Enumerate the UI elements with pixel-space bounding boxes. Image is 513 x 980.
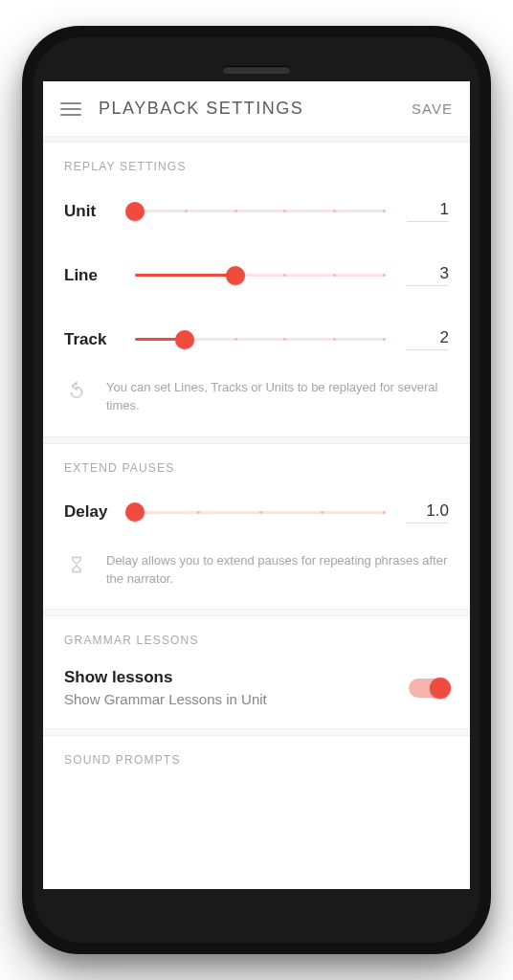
page-title: PLAYBACK SETTINGS xyxy=(81,99,412,119)
grammar-toggle-subtitle: Show Grammar Lessons in Unit xyxy=(64,691,409,707)
grammar-toggle[interactable] xyxy=(409,679,449,698)
unit-slider[interactable] xyxy=(135,202,386,221)
section-header-grammar: GRAMMAR LESSONS xyxy=(43,616,470,653)
slider-label-unit: Unit xyxy=(64,202,135,221)
content-scroll[interactable]: REPLAY SETTINGS Unit 1 xyxy=(43,137,470,889)
section-header-extend: EXTEND PAUSES xyxy=(43,444,470,480)
replay-icon xyxy=(64,379,89,402)
delay-hint-text: Delay allows you to extend pauses for re… xyxy=(106,552,449,589)
section-divider xyxy=(43,728,470,736)
line-value[interactable]: 3 xyxy=(407,264,449,286)
menu-icon[interactable] xyxy=(60,102,81,116)
slider-row-line: Line 3 xyxy=(43,243,470,307)
save-button[interactable]: SAVE xyxy=(412,100,453,117)
section-header-replay: REPLAY SETTINGS xyxy=(43,143,470,179)
line-slider[interactable] xyxy=(135,266,386,285)
appbar: PLAYBACK SETTINGS SAVE xyxy=(43,81,470,137)
app-screen: PLAYBACK SETTINGS SAVE REPLAY SETTINGS U… xyxy=(43,81,470,889)
slider-label-line: Line xyxy=(64,266,135,285)
slider-row-track: Track 2 xyxy=(43,307,470,371)
delay-value[interactable]: 1.0 xyxy=(407,501,449,523)
section-divider xyxy=(43,436,470,444)
section-header-sound: SOUND PROMPTS xyxy=(43,736,470,772)
replay-hint: You can set Lines, Tracks or Units to be… xyxy=(43,371,470,436)
phone-speaker xyxy=(223,66,290,74)
track-value[interactable]: 2 xyxy=(407,328,449,350)
phone-frame: PLAYBACK SETTINGS SAVE REPLAY SETTINGS U… xyxy=(22,26,491,954)
replay-hint-text: You can set Lines, Tracks or Units to be… xyxy=(106,379,449,415)
slider-label-track: Track xyxy=(64,330,135,349)
section-divider xyxy=(43,609,470,616)
slider-label-delay: Delay xyxy=(64,502,135,522)
slider-row-unit: Unit 1 xyxy=(43,179,470,243)
delay-hint: Delay allows you to extend pauses for re… xyxy=(43,545,470,610)
unit-value[interactable]: 1 xyxy=(407,200,449,222)
track-slider[interactable] xyxy=(135,330,386,349)
hourglass-icon xyxy=(64,552,89,575)
grammar-toggle-row: Show lessons Show Grammar Lessons in Uni… xyxy=(43,653,470,728)
delay-slider[interactable] xyxy=(135,502,386,522)
grammar-toggle-title: Show lessons xyxy=(64,668,409,687)
slider-row-delay: Delay 1.0 xyxy=(43,480,470,545)
